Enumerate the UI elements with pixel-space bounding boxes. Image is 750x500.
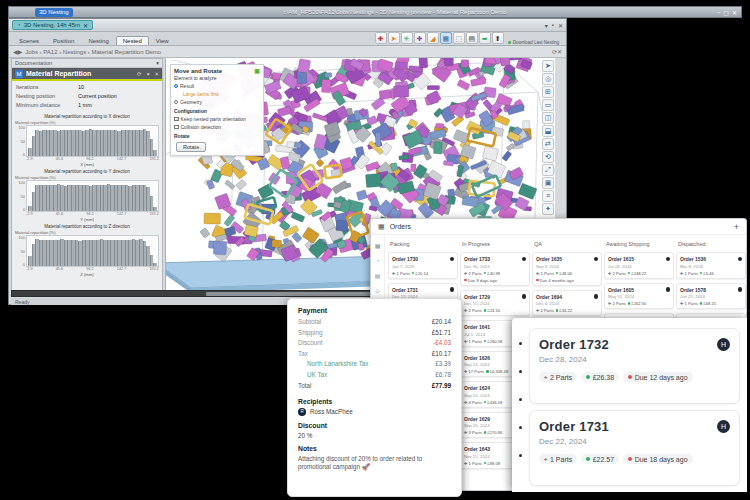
- order-card[interactable]: Order 1733Dec 30, 2024✚2 Parts£40.98Due …: [460, 252, 530, 286]
- card-menu-dot-icon[interactable]: [519, 426, 522, 429]
- green-dot-icon: [628, 272, 631, 275]
- order-card-title: Order 1615: [608, 256, 666, 262]
- parts-badge: ✚2 Parts: [608, 301, 626, 306]
- app-window-icon[interactable]: ▪: [552, 22, 554, 29]
- order-card[interactable]: Order 1615Jul 24, 2024✚2 Parts£248.22: [604, 252, 674, 279]
- marquee-select-icon[interactable]: ⬚: [453, 32, 465, 44]
- plus-icon: ✚: [464, 400, 468, 405]
- checkbox-icon: [174, 125, 179, 130]
- split-view-icon[interactable]: ◫: [542, 112, 554, 124]
- radio-option[interactable]: Geometry: [174, 98, 260, 106]
- window-button[interactable]: ▢: [723, 9, 729, 16]
- order-detail-overlay: Order 1732HDec 28, 2024✚2 Parts£26.38Due…: [512, 318, 747, 492]
- list-icon[interactable]: ≡: [542, 190, 554, 202]
- add-part-icon[interactable]: ✚: [375, 32, 387, 44]
- chevron-down-icon[interactable]: ▾: [156, 60, 159, 66]
- payment-label: Total: [298, 381, 311, 392]
- add-platform-icon[interactable]: ✚: [414, 32, 426, 44]
- download-last-nesting-caption[interactable]: Download Last Nesting: [508, 40, 559, 45]
- window-controls[interactable]: –▢✕: [717, 9, 737, 16]
- amount-badge: £34.22: [556, 308, 572, 313]
- section-icon[interactable]: ⬓: [542, 125, 554, 137]
- amount-badge: £6,348.48: [486, 369, 508, 374]
- avatar: [522, 257, 527, 262]
- setting-value[interactable]: 1 mm: [78, 101, 92, 110]
- upload-icon[interactable]: ⬆: [492, 32, 504, 44]
- order-card[interactable]: Order 1605May 31, 2024✚2 Parts£162.50: [604, 283, 674, 310]
- session-tab-label: 3D Nesting, 14h 45m: [24, 22, 80, 28]
- breadcrumb-action-icons[interactable]: ⟳✕: [552, 48, 562, 55]
- avatar: [594, 257, 599, 262]
- nav-back-forward-icons[interactable]: ◀▶: [13, 48, 22, 55]
- boards-icon[interactable]: ▦: [375, 243, 381, 249]
- ribbon-tab[interactable]: Nesting: [81, 36, 115, 45]
- card-menu-dot-icon[interactable]: [519, 454, 522, 457]
- order-card[interactable]: Order 1730Jan 7, 2025✚1 Parts£20.14: [388, 252, 458, 279]
- order-card-title: Order 1694: [536, 294, 594, 300]
- snapshot-icon[interactable]: ▣: [542, 177, 554, 189]
- flat-view-icon[interactable]: ▭: [542, 99, 554, 111]
- session-tab[interactable]: ◔ 3D Nesting, 14h 45m ✕: [12, 20, 93, 30]
- radio-option[interactable]: Result: [174, 82, 260, 90]
- setting-label: Nesting position: [16, 92, 78, 101]
- app-window-icon[interactable]: ✕: [558, 22, 563, 29]
- ribbon-tab[interactable]: View: [149, 36, 176, 45]
- rotate-tool-icon[interactable]: ⟲: [542, 151, 554, 163]
- skip-icon[interactable]: ➤: [388, 32, 400, 44]
- rotate-button[interactable]: Rotate: [176, 142, 206, 152]
- list-icon[interactable]: ▤: [375, 273, 381, 279]
- ramp-icon[interactable]: ◢: [427, 32, 439, 44]
- star-icon[interactable]: ✩: [375, 288, 380, 294]
- histogram-block: Material repartition according to X dire…: [15, 113, 159, 167]
- order-detail-card[interactable]: Order 1732HDec 28, 2024✚2 Parts£26.38Due…: [529, 328, 740, 404]
- refresh-icon[interactable]: ⟳: [137, 71, 142, 77]
- green-cube-icon: ▣: [254, 67, 260, 74]
- add-order-button[interactable]: +: [734, 222, 739, 232]
- checkbox-option[interactable]: ✓Keep nested parts orientation: [174, 115, 260, 123]
- order-card[interactable]: Order 1694Dec 4, 2024✚2 Parts£34.22: [532, 290, 602, 317]
- setting-value[interactable]: Current position: [78, 92, 117, 101]
- card-menu-dot-icon[interactable]: [519, 342, 522, 345]
- payment-value: £51.71: [432, 328, 451, 339]
- optimize-icon[interactable]: ✳: [401, 32, 413, 44]
- ribbon-tab[interactable]: Nested: [116, 36, 149, 45]
- order-detail-card[interactable]: Order 1731HDec 22, 2024✚1 Parts£22.57Due…: [529, 410, 740, 486]
- target-icon[interactable]: ◎: [542, 73, 554, 85]
- breadcrumb-bar: ◀▶ Jobs › PA12 › Nestings › Material Rep…: [9, 46, 566, 58]
- nav-arrow-icon[interactable]: ▶: [18, 49, 23, 55]
- window-button[interactable]: ✕: [732, 9, 737, 16]
- order-card[interactable]: Order 1536Mar 8, 2024✚1 Parts£5.46: [676, 252, 746, 279]
- scale-icon[interactable]: ⤢: [542, 164, 554, 176]
- green-dot-icon: [586, 375, 590, 379]
- export-icon[interactable]: ➦: [479, 32, 491, 44]
- setting-value[interactable]: 10: [78, 83, 84, 92]
- ribbon-tab[interactable]: Position: [46, 36, 81, 45]
- breadcrumb-icon[interactable]: ✕: [557, 49, 562, 55]
- due-badge: Due 4 months ago: [536, 278, 574, 283]
- collapse-icon[interactable]: ▾: [147, 71, 150, 77]
- swap-icon[interactable]: ⇄: [542, 138, 554, 150]
- close-icon[interactable]: ✕: [83, 22, 88, 29]
- app-window-icons[interactable]: ▾▪✕: [545, 22, 563, 29]
- slice-view-icon[interactable]: ▤: [466, 32, 478, 44]
- settings-icon[interactable]: ✦: [542, 203, 554, 215]
- green-dot-icon: [700, 302, 703, 305]
- recent-icon[interactable]: ◔: [376, 258, 380, 264]
- order-card[interactable]: Order 1729Dec 15, 2024✚2 Parts£24.10: [460, 290, 530, 317]
- grid-icon[interactable]: ▦: [378, 223, 385, 231]
- close-icon[interactable]: ✕: [154, 71, 159, 77]
- order-card[interactable]: Order 1635Sep 9, 2024✚1 Parts£48.06Due 4…: [532, 252, 602, 286]
- app-window-icon[interactable]: ▾: [545, 22, 548, 29]
- card-menu-dot-icon[interactable]: [519, 370, 522, 373]
- cursor-icon[interactable]: ➤: [542, 60, 554, 72]
- order-card[interactable]: Order 1578Jun 25, 2024✚1 Parts£68.21: [676, 283, 746, 310]
- checkbox-option[interactable]: Collision detection: [174, 123, 260, 131]
- window-button[interactable]: –: [717, 9, 720, 16]
- card-menu-dot-icon[interactable]: [519, 398, 522, 401]
- radio-icon: [174, 100, 178, 104]
- ribbon-tab[interactable]: Scenes: [12, 36, 46, 45]
- green-dot-icon: [556, 309, 559, 312]
- grid-icon[interactable]: ⊞: [542, 86, 554, 98]
- nesting-clock-icon: ◔: [17, 22, 21, 28]
- bounding-box-icon[interactable]: ▦: [440, 32, 452, 44]
